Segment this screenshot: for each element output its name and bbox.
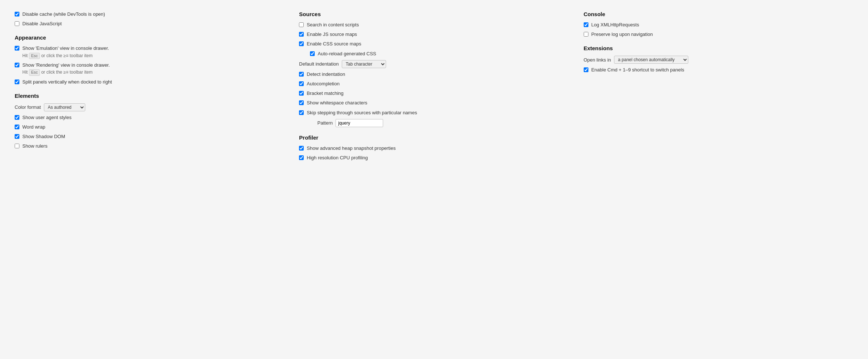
autocompletion-label: Autocompletion xyxy=(307,81,340,87)
show-rendering-checkbox[interactable] xyxy=(15,63,19,67)
setting-split-panels: Split panels vertically when docked to r… xyxy=(15,79,284,85)
user-agent-styles-label: Show user agent styles xyxy=(22,114,71,121)
preserve-log-checkbox[interactable] xyxy=(584,32,588,37)
setting-show-emulation: Show 'Emulation' view in console drawer.… xyxy=(15,45,284,59)
setting-shadow-dom: Show Shadow DOM xyxy=(15,133,284,140)
enable-js-source-maps-checkbox[interactable] xyxy=(299,32,304,37)
setting-log-xmlhttp: Log XMLHttpRequests xyxy=(584,22,853,28)
preserve-log-label: Preserve log upon navigation xyxy=(591,31,653,38)
word-wrap-label: Word wrap xyxy=(22,124,45,130)
word-wrap-checkbox[interactable] xyxy=(15,125,19,129)
autocompletion-checkbox[interactable] xyxy=(299,81,304,86)
auto-reload-css-label: Auto-reload generated CSS xyxy=(318,51,376,57)
setting-show-rendering: Show 'Rendering' view in console drawer.… xyxy=(15,62,284,76)
shadow-dom-label: Show Shadow DOM xyxy=(22,133,65,140)
bracket-matching-checkbox[interactable] xyxy=(299,91,304,96)
show-rulers-checkbox[interactable] xyxy=(15,144,19,148)
column-console: Console Log XMLHttpRequests Preserve log… xyxy=(584,11,853,77)
show-emulation-label: Show 'Emulation' view in console drawer.… xyxy=(22,45,109,59)
color-format-select[interactable]: As authored HEX RGB HSL xyxy=(44,103,85,111)
setting-word-wrap: Word wrap xyxy=(15,124,284,130)
extensions-heading: Extensions xyxy=(584,45,853,51)
show-emulation-checkbox[interactable] xyxy=(15,46,19,51)
setting-cmd-shortcut: Enable Cmd + 1–9 shortcut to switch pane… xyxy=(584,67,853,73)
disable-js-checkbox[interactable] xyxy=(15,21,19,26)
bracket-matching-label: Bracket matching xyxy=(307,90,343,97)
split-panels-checkbox[interactable] xyxy=(15,79,19,84)
cmd-shortcut-checkbox[interactable] xyxy=(584,67,588,72)
default-indentation-select[interactable]: 2 spaces 4 spaces 8 spaces Tab character xyxy=(342,60,386,68)
console-heading: Console xyxy=(584,11,853,17)
disable-cache-label: Disable cache (while DevTools is open) xyxy=(22,11,105,18)
disable-cache-checkbox[interactable] xyxy=(15,12,19,16)
setting-autocompletion: Autocompletion xyxy=(299,81,569,87)
setting-preserve-log: Preserve log upon navigation xyxy=(584,31,853,38)
color-format-row: Color format As authored HEX RGB HSL xyxy=(15,103,284,111)
default-indentation-row: Default indentation 2 spaces 4 spaces 8 … xyxy=(299,60,569,68)
setting-show-rulers: Show rulers xyxy=(15,143,284,149)
high-resolution-cpu-checkbox[interactable] xyxy=(299,155,304,160)
open-links-label: Open links in xyxy=(584,57,611,63)
setting-detect-indentation: Detect indentation xyxy=(299,71,569,78)
appearance-heading: Appearance xyxy=(15,34,284,41)
user-agent-styles-checkbox[interactable] xyxy=(15,115,19,120)
advanced-heap-label: Show advanced heap snapshot properties xyxy=(307,145,396,152)
column-general: Disable cache (while DevTools is open) D… xyxy=(15,11,299,152)
setting-search-content-scripts: Search in content scripts xyxy=(299,22,569,28)
setting-show-whitespace: Show whitespace characters xyxy=(299,100,569,106)
search-content-scripts-checkbox[interactable] xyxy=(299,22,304,27)
column-sources: Sources Search in content scripts Enable… xyxy=(299,11,583,164)
setting-user-agent-styles: Show user agent styles xyxy=(15,114,284,121)
setting-disable-js: Disable JavaScript xyxy=(15,21,284,27)
split-panels-label: Split panels vertically when docked to r… xyxy=(22,79,112,85)
high-resolution-cpu-label: High resolution CPU profiling xyxy=(307,155,368,161)
esc-key: Esc xyxy=(29,53,40,59)
detect-indentation-checkbox[interactable] xyxy=(299,72,304,77)
shadow-dom-checkbox[interactable] xyxy=(15,134,19,139)
log-xmlhttp-label: Log XMLHttpRequests xyxy=(591,22,639,28)
default-indentation-label: Default indentation xyxy=(299,61,338,67)
setting-disable-cache: Disable cache (while DevTools is open) xyxy=(15,11,284,18)
pattern-input[interactable] xyxy=(336,119,383,127)
show-whitespace-label: Show whitespace characters xyxy=(307,100,367,106)
skip-stepping-label: Skip stepping through sources with parti… xyxy=(307,110,417,116)
disable-js-label: Disable JavaScript xyxy=(22,21,62,27)
setting-high-resolution-cpu: High resolution CPU profiling xyxy=(299,155,569,161)
search-content-scripts-label: Search in content scripts xyxy=(307,22,359,28)
cmd-shortcut-label: Enable Cmd + 1–9 shortcut to switch pane… xyxy=(591,67,684,73)
open-links-row: Open links in a panel chosen automatical… xyxy=(584,56,853,64)
enable-css-source-maps-label: Enable CSS source maps xyxy=(307,41,361,47)
enable-js-source-maps-label: Enable JS source maps xyxy=(307,31,357,38)
detect-indentation-label: Detect indentation xyxy=(307,71,345,78)
show-rendering-label: Show 'Rendering' view in console drawer.… xyxy=(22,62,110,76)
show-rendering-sublabel: Hit Esc or click the ≥≡ toolbar item xyxy=(22,69,110,75)
setting-auto-reload-css: Auto-reload generated CSS xyxy=(299,51,569,57)
setting-enable-css-source-maps: Enable CSS source maps xyxy=(299,41,569,47)
setting-skip-stepping: Skip stepping through sources with parti… xyxy=(299,110,569,116)
profiler-heading: Profiler xyxy=(299,134,569,141)
elements-heading: Elements xyxy=(15,93,284,99)
show-whitespace-checkbox[interactable] xyxy=(299,100,304,105)
setting-bracket-matching: Bracket matching xyxy=(299,90,569,97)
esc-key2: Esc xyxy=(29,69,40,75)
advanced-heap-checkbox[interactable] xyxy=(299,146,304,151)
sources-heading: Sources xyxy=(299,11,569,17)
open-links-select[interactable]: a panel chosen automatically xyxy=(614,56,688,64)
setting-enable-js-source-maps: Enable JS source maps xyxy=(299,31,569,38)
skip-stepping-checkbox[interactable] xyxy=(299,110,304,115)
show-emulation-sublabel: Hit Esc or click the ≥≡ toolbar item xyxy=(22,53,109,59)
pattern-label: Pattern xyxy=(317,120,333,126)
color-format-label: Color format xyxy=(15,104,41,110)
setting-advanced-heap: Show advanced heap snapshot properties xyxy=(299,145,569,152)
show-rulers-label: Show rulers xyxy=(22,143,48,149)
pattern-row: Pattern xyxy=(299,119,569,127)
auto-reload-css-checkbox[interactable] xyxy=(310,51,315,56)
enable-css-source-maps-checkbox[interactable] xyxy=(299,41,304,46)
log-xmlhttp-checkbox[interactable] xyxy=(584,22,588,27)
